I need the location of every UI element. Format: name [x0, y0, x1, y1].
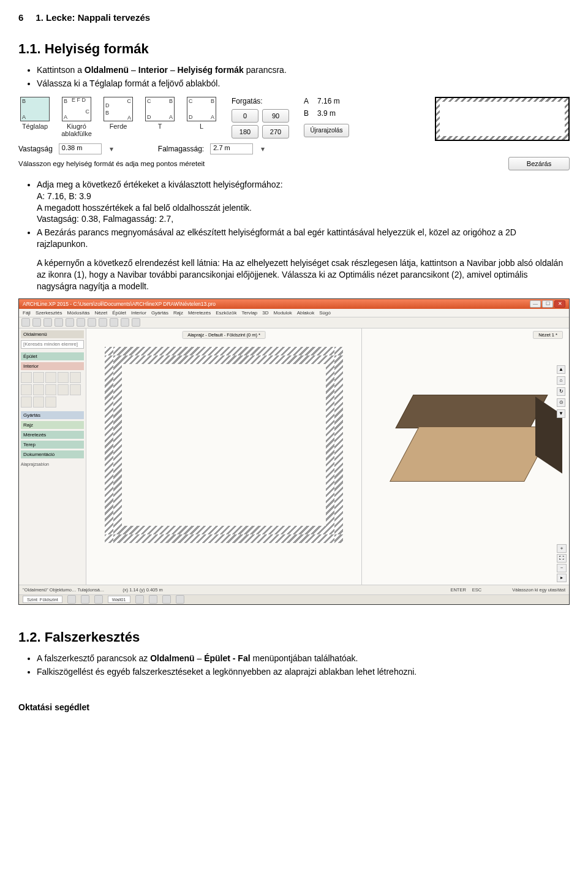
menu-item[interactable]: Szerkesztés	[36, 310, 62, 316]
status-icon[interactable]	[176, 595, 184, 604]
status-tabs[interactable]: "Oldalmenü" Objektumo… Tulajdonsá…	[23, 587, 104, 593]
menu-item[interactable]: Eszközök	[216, 310, 236, 316]
sidebar-group[interactable]: Dokumentáció	[21, 450, 84, 458]
toolbar-icon[interactable]	[110, 318, 118, 327]
status-icon[interactable]	[135, 595, 144, 604]
menu-item[interactable]: Modulok	[274, 310, 292, 316]
close-icon[interactable]: ✕	[554, 300, 565, 308]
zoom-fit-icon[interactable]: ⛶	[557, 554, 567, 563]
menu-item[interactable]: 3D	[262, 310, 268, 316]
toolbar-icon[interactable]	[121, 318, 129, 327]
plan-view[interactable]: Alaprajz - Default - Földszint (0 m) *	[86, 328, 362, 585]
bullet-line: Válassza ki a Téglalap formát a feljövő …	[37, 78, 570, 89]
rotation-label: Forgatás:	[232, 97, 289, 105]
status-esc[interactable]: ESC	[472, 587, 481, 593]
shape-l[interactable]: CBDA L	[185, 97, 218, 130]
status-icon[interactable]	[94, 595, 103, 604]
sidebar-icon[interactable]	[21, 397, 32, 408]
menu-item[interactable]: Méretezés	[188, 310, 211, 316]
dim-a-value[interactable]: 7.16 m	[317, 97, 354, 105]
sidebar-icon[interactable]	[45, 397, 56, 408]
toolbar-icon[interactable]	[32, 318, 41, 327]
shape-slanted[interactable]: CDBA Ferde	[102, 97, 135, 130]
menu-item[interactable]: Interior	[131, 310, 146, 316]
nav-down-icon[interactable]: ▼	[557, 409, 565, 418]
sidebar-group[interactable]: Gyártás	[21, 411, 84, 419]
level-select[interactable]: Szint: Földszint	[23, 596, 62, 603]
sidebar-icon[interactable]	[33, 384, 44, 395]
sidebar-icon[interactable]	[33, 372, 44, 383]
sidebar-group[interactable]: Méretezés	[21, 431, 84, 439]
status-icon[interactable]	[162, 595, 171, 604]
status-icon[interactable]	[67, 595, 76, 604]
sidebar-icon[interactable]	[58, 384, 69, 395]
wallheight-label: Falmagasság:	[158, 145, 204, 153]
menu-item[interactable]: Épület	[112, 310, 126, 316]
status-coords: (x) 1.14 (y) 0.405 m	[123, 587, 162, 593]
sidebar-group[interactable]: Épület	[21, 352, 84, 360]
sidebar-icon[interactable]	[21, 372, 32, 383]
status-icon[interactable]	[81, 595, 89, 604]
thickness-input[interactable]: 0.38 m	[59, 143, 102, 154]
sidebar-icon[interactable]	[70, 372, 81, 383]
menu-item[interactable]: Tervlap	[242, 310, 258, 316]
sidebar-search-input[interactable]	[21, 340, 84, 349]
nav-rotate-icon[interactable]: ↻	[557, 387, 565, 396]
sidebar-icon[interactable]	[70, 384, 81, 395]
sidebar-icon[interactable]	[21, 384, 32, 395]
menu-item[interactable]: Gyártás	[151, 310, 168, 316]
chevron-down-icon[interactable]: ▾	[259, 145, 266, 153]
shape-t[interactable]: CBDA T	[143, 97, 176, 130]
chevron-down-icon[interactable]: ▾	[108, 145, 115, 153]
minimize-icon[interactable]: —	[530, 300, 541, 308]
shape-rectangle[interactable]: BA Téglalap	[18, 97, 51, 130]
sidebar-icon[interactable]	[58, 372, 69, 383]
view-tab-plan[interactable]: Alaprajz - Default - Földszint (0 m) *	[182, 331, 266, 339]
sidebar-icon[interactable]	[33, 397, 44, 408]
toolbar-icon[interactable]	[66, 318, 74, 327]
menu-item[interactable]: Rajz	[173, 310, 183, 316]
redraw-button[interactable]: Újrarajzolás	[304, 124, 349, 137]
zoom-out-icon[interactable]: －	[557, 564, 567, 572]
dim-b-value[interactable]: 3.9 m	[317, 109, 354, 118]
nav-up-icon[interactable]: ▲	[557, 365, 565, 374]
rotate-90-button[interactable]: 90	[262, 109, 289, 123]
status-hint: Válasszon ki egy utasítást	[512, 587, 565, 593]
wall-select[interactable]: Wall01	[108, 596, 130, 603]
status-icon[interactable]	[149, 595, 157, 604]
sidebar-group[interactable]: Interior	[21, 362, 84, 370]
sidebar-icon[interactable]	[45, 384, 56, 395]
sidebar-group[interactable]: Rajz	[21, 421, 84, 429]
maximize-icon[interactable]: ☐	[542, 300, 553, 308]
nav-home-icon[interactable]: ⌂	[557, 376, 565, 385]
nav-expand-icon[interactable]: ▸	[557, 574, 567, 582]
rotate-180-button[interactable]: 180	[232, 125, 258, 139]
toolbar-icon[interactable]	[77, 318, 85, 327]
view-tab-3d[interactable]: Nézet 1 *	[533, 331, 563, 339]
rotate-270-button[interactable]: 270	[262, 125, 289, 139]
zoom-in-icon[interactable]: ＋	[557, 544, 567, 553]
toolbar-icon[interactable]	[132, 318, 140, 327]
sidebar-icon[interactable]	[45, 372, 56, 383]
menu-item[interactable]: Nézet	[94, 310, 107, 316]
footer-text: Oktatási segédlet	[18, 702, 570, 712]
sidebar-footer-label: Alaprajzsablon	[21, 462, 84, 466]
menu-item[interactable]: Súgó	[319, 310, 331, 316]
toolbar-icon[interactable]	[55, 318, 63, 327]
rotate-0-button[interactable]: 0	[232, 109, 258, 123]
toolbar-icon[interactable]	[21, 318, 30, 327]
toolbar-icon[interactable]	[88, 318, 96, 327]
shape-baywindow[interactable]: BE F DAC Kiugró ablakfülke	[60, 97, 93, 137]
close-button[interactable]: Bezárás	[508, 157, 570, 170]
navibar-vertical: ▲ ⌂ ↻ ⊙ ▼	[557, 365, 565, 418]
menu-item[interactable]: Módosítás	[67, 310, 89, 316]
toolbar-icon[interactable]	[43, 318, 52, 327]
status-enter[interactable]: ENTER	[450, 587, 466, 593]
toolbar-icon[interactable]	[99, 318, 107, 327]
sidebar-group[interactable]: Terep	[21, 441, 84, 449]
wallheight-input[interactable]: 2.7 m	[210, 143, 253, 154]
3d-view[interactable]: Nézet 1 * ▲ ⌂ ↻ ⊙ ▼ ＋ ⛶ － ▸	[362, 328, 569, 585]
nav-zoom-icon[interactable]: ⊙	[557, 398, 565, 407]
menu-item[interactable]: Ablakok	[297, 310, 314, 316]
menu-item[interactable]: Fájl	[23, 310, 31, 316]
